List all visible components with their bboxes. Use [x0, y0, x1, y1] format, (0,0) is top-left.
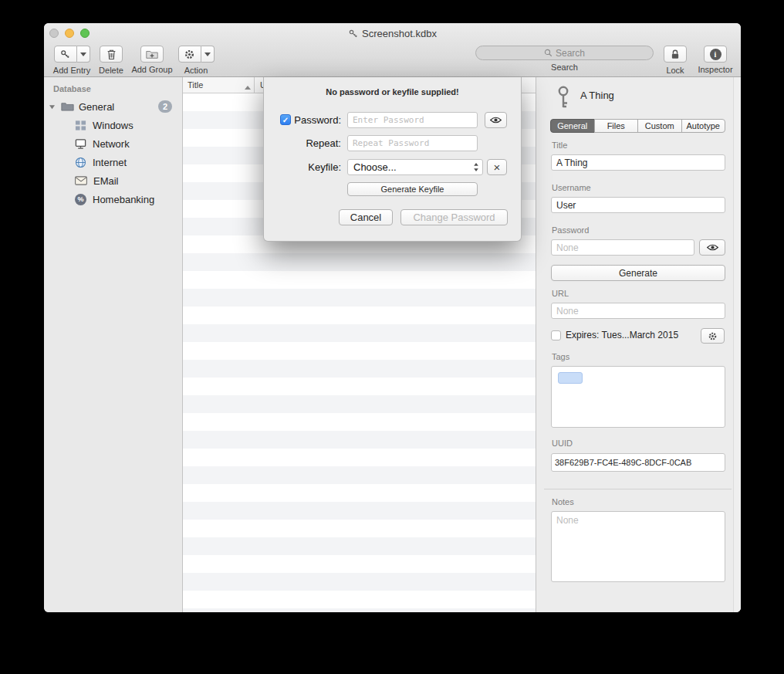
sort-ascending-icon — [245, 82, 251, 91]
inspector-button[interactable]: i — [704, 46, 727, 63]
desktop: Screenshot.kdbx Add Entry — [0, 0, 784, 674]
generate-keyfile-button[interactable]: Generate Keyfile — [347, 182, 478, 196]
lock-button[interactable] — [664, 46, 687, 63]
change-password-dialog: No password or keyfile supplied! ✓ Passw… — [263, 77, 522, 242]
tab-files[interactable]: Files — [594, 119, 639, 133]
toolbar-item-search: Search Search — [475, 46, 654, 72]
toolbar: Add Entry Delete Add Group — [44, 43, 741, 77]
sidebar-item-general[interactable]: General 2 — [44, 97, 182, 116]
expires-settings-button[interactable] — [701, 328, 725, 344]
toolbar-item-inspector: i Inspector — [694, 46, 737, 74]
title-field[interactable] — [551, 154, 725, 171]
windows-icon — [75, 120, 86, 131]
keyfile-value: Choose... — [353, 161, 397, 173]
sidebar-item-email[interactable]: EMail — [44, 171, 182, 190]
folder-icon — [61, 101, 74, 112]
entry-key-icon — [555, 85, 572, 113]
delete-label: Delete — [92, 66, 130, 75]
expires-label: Expires: Tues...March 2015 — [566, 330, 678, 340]
sidebar-item-label: EMail — [93, 175, 119, 187]
group-sidebar: Database General 2 Windows — [44, 77, 183, 612]
tag-pill[interactable] — [558, 372, 583, 384]
sidebar-item-label: Windows — [93, 120, 133, 131]
dialog-keyfile-label: Keyfile: — [292, 161, 341, 173]
inspector-tabs: General Files Custom Autotype — [550, 119, 725, 133]
dialog-repeat-input[interactable] — [347, 135, 478, 151]
minimize-button[interactable] — [65, 29, 74, 38]
dialog-password-input[interactable] — [347, 112, 478, 128]
inspector-divider — [544, 489, 732, 489]
action-label: Action — [174, 66, 218, 75]
expires-checkbox[interactable] — [551, 330, 561, 340]
notes-field[interactable] — [551, 511, 725, 582]
sidebar-item-windows[interactable]: Windows — [44, 116, 182, 134]
inspector-panel: A Thing General Files Custom Autotype Ti… — [536, 77, 741, 612]
percent-coin-icon: % — [75, 194, 86, 205]
toolbar-item-action: Action — [174, 46, 218, 75]
close-button[interactable] — [49, 29, 59, 38]
delete-button[interactable] — [100, 46, 123, 63]
password-checkbox[interactable]: ✓ — [280, 114, 291, 125]
title-area: Screenshot.kdbx — [44, 23, 741, 43]
sidebar-item-internet[interactable]: Internet — [44, 153, 182, 171]
tab-general[interactable]: General — [550, 119, 595, 133]
add-group-button[interactable] — [140, 46, 164, 63]
sidebar-item-label: General — [79, 101, 114, 113]
disclosure-triangle-icon[interactable] — [49, 104, 56, 110]
trash-icon — [106, 49, 117, 60]
sidebar-item-homebanking[interactable]: % Homebanking — [44, 190, 182, 208]
generate-password-button[interactable]: Generate — [551, 265, 725, 281]
eye-icon — [706, 243, 719, 252]
keyfile-combobox[interactable]: Choose... — [347, 159, 483, 175]
url-field-label: URL — [552, 289, 569, 298]
dialog-reveal-password-button[interactable] — [485, 112, 507, 128]
column-header-title[interactable]: Title — [183, 77, 255, 93]
zoom-button[interactable] — [80, 29, 90, 38]
tags-box[interactable] — [551, 366, 725, 428]
info-icon: i — [710, 49, 721, 60]
url-field[interactable] — [551, 303, 725, 319]
username-field[interactable] — [551, 197, 725, 213]
envelope-icon — [75, 176, 87, 185]
chevron-down-icon — [80, 52, 86, 56]
search-input[interactable] — [476, 46, 653, 59]
uuid-field[interactable] — [551, 453, 725, 472]
lock-label: Lock — [657, 66, 694, 75]
traffic-lights — [49, 29, 90, 38]
add-entry-dropdown[interactable] — [77, 46, 90, 63]
clear-keyfile-button[interactable]: × — [487, 159, 507, 175]
key-plus-icon — [59, 49, 71, 60]
dialog-message: No password or keyfile supplied! — [264, 87, 521, 97]
tab-autotype[interactable]: Autotype — [681, 119, 726, 133]
title-field-label: Title — [552, 141, 567, 150]
add-entry-button[interactable] — [54, 46, 77, 63]
add-entry-label: Add Entry — [49, 66, 94, 75]
dialog-password-label: Password: — [292, 114, 341, 126]
reveal-password-button[interactable] — [699, 239, 725, 256]
app-window: Screenshot.kdbx Add Entry — [44, 23, 741, 612]
toolbar-item-add-entry: Add Entry — [49, 46, 94, 75]
window-title: Screenshot.kdbx — [362, 28, 437, 39]
action-dropdown[interactable] — [201, 46, 215, 63]
network-icon — [75, 138, 86, 150]
titlebar[interactable]: Screenshot.kdbx — [44, 23, 741, 43]
globe-icon — [75, 157, 86, 168]
password-field-label: Password — [552, 225, 589, 235]
dialog-repeat-label: Repeat: — [292, 137, 341, 149]
action-button[interactable] — [178, 46, 201, 63]
tab-custom[interactable]: Custom — [637, 119, 682, 133]
password-field[interactable] — [551, 239, 694, 256]
lock-icon — [671, 49, 680, 60]
add-group-label: Add Group — [127, 65, 177, 74]
toolbar-item-delete: Delete — [92, 46, 130, 75]
inspector-scrollbar[interactable] — [733, 77, 741, 612]
change-password-button[interactable]: Change Password — [400, 209, 508, 225]
inspector-label: Inspector — [694, 65, 737, 74]
cancel-button[interactable]: Cancel — [339, 209, 393, 225]
window-chrome: Screenshot.kdbx Add Entry — [44, 23, 741, 77]
document-key-icon — [348, 29, 358, 39]
uuid-label: UUID — [552, 439, 573, 448]
sidebar-item-network[interactable]: Network — [44, 134, 182, 153]
expires-row: Expires: Tues...March 2015 — [551, 330, 678, 340]
stepper-icon[interactable] — [473, 162, 479, 172]
